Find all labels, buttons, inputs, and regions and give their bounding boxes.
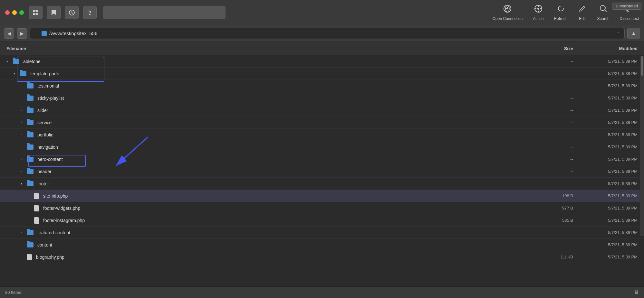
folder-icon <box>27 157 34 162</box>
file-size: -- <box>534 71 573 76</box>
column-headers: Filename Size Modified <box>0 42 644 55</box>
file-row[interactable]: › portfolio -- 5/7/21, 5:39 PM <box>0 129 644 141</box>
path-value: /www/testingsitex_556 <box>49 31 97 36</box>
file-name: biography.php <box>36 255 64 260</box>
file-name-cell: › sticky-playlist <box>6 96 534 101</box>
main-content: ◀ ▶ /www/testingsitex_556 ⌃ ▲ Filename S… <box>0 25 644 298</box>
file-row[interactable]: biography.php 1.1 KB 5/7/21, 5:39 PM <box>0 251 644 263</box>
action-button[interactable]: Action <box>533 4 543 21</box>
folder-icon <box>27 108 34 113</box>
fullscreen-button[interactable] <box>19 10 24 15</box>
svg-rect-10 <box>635 292 638 294</box>
file-row[interactable]: footer-widgets.php 977 B 5/7/21, 5:39 PM <box>0 202 644 214</box>
icon-btn-help[interactable] <box>83 6 97 19</box>
folder-icon <box>13 59 19 64</box>
file-modified: 5/7/21, 5:39 PM <box>573 108 638 113</box>
close-button[interactable] <box>5 10 10 15</box>
chevron-right-icon: › <box>21 231 25 234</box>
folder-icon <box>27 181 34 186</box>
file-size: -- <box>534 83 573 88</box>
edit-label: Edit <box>579 16 586 21</box>
file-icon <box>34 217 39 224</box>
file-icon <box>34 193 39 199</box>
file-name: testimonial <box>37 83 59 88</box>
file-row[interactable]: ▾ footer -- 5/7/21, 5:39 PM <box>0 178 644 190</box>
file-name-cell: site-info.php <box>6 193 534 199</box>
chevron-right-icon: › <box>21 170 25 173</box>
file-row[interactable]: ▾ template-parts -- 5/7/21, 5:39 PM <box>0 68 644 80</box>
file-row[interactable]: › navigation -- 5/7/21, 5:39 PM <box>0 141 644 153</box>
file-name-cell: footer-instagram.php <box>6 217 534 224</box>
file-size: 198 B <box>534 193 573 198</box>
file-size: 977 B <box>534 206 573 210</box>
file-modified: 5/7/21, 5:39 PM <box>573 120 638 125</box>
file-name: header <box>37 169 52 174</box>
chevron-down-icon: ▾ <box>21 182 25 185</box>
file-row[interactable]: › header -- 5/7/21, 5:39 PM <box>0 165 644 178</box>
icon-btn-grid[interactable] <box>29 6 43 19</box>
forward-button[interactable]: ▶ <box>17 28 27 39</box>
file-row[interactable]: › featured-content -- 5/7/21, 5:39 PM <box>0 227 644 239</box>
file-modified: 5/7/21, 5:39 PM <box>573 59 638 64</box>
file-modified: 5/7/21, 5:39 PM <box>573 242 638 247</box>
refresh-button[interactable]: Refresh <box>554 4 568 21</box>
chevron-right-icon: › <box>21 157 25 161</box>
file-icon <box>27 254 32 260</box>
scrollbar[interactable] <box>640 56 644 236</box>
file-name-cell: › slider <box>6 108 534 113</box>
file-row[interactable]: › sticky-playlist -- 5/7/21, 5:39 PM <box>0 92 644 104</box>
file-modified: 5/7/21, 5:39 PM <box>573 144 638 149</box>
scrollbar-thumb[interactable] <box>641 56 643 76</box>
edit-button[interactable]: Edit <box>578 4 587 21</box>
path-bar[interactable]: /www/testingsitex_556 ⌃ <box>30 28 625 39</box>
file-modified: 5/7/21, 5:39 PM <box>573 230 638 235</box>
folder-icon <box>27 96 34 101</box>
navbar: ◀ ▶ /www/testingsitex_556 ⌃ ▲ <box>0 25 644 42</box>
upload-button[interactable]: ▲ <box>627 28 640 39</box>
file-row[interactable]: footer-instagram.php 535 B 5/7/21, 5:39 … <box>0 214 644 227</box>
file-name: portfolio <box>37 132 53 137</box>
modified-header: Modified <box>573 46 638 51</box>
size-header: Size <box>534 46 573 51</box>
file-row[interactable]: ▾ abletone -- 5/7/21, 5:39 PM <box>0 55 644 68</box>
file-row[interactable]: › content -- 5/7/21, 5:39 PM <box>0 239 644 251</box>
search-button[interactable]: Search <box>597 4 610 21</box>
path-folder-icon <box>42 31 47 36</box>
edit-icon <box>578 4 587 15</box>
open-connection-button[interactable]: Open Connection <box>493 4 523 21</box>
file-row[interactable]: › service -- 5/7/21, 5:39 PM <box>0 116 644 129</box>
file-name-cell: ▾ template-parts <box>6 71 534 76</box>
icon-btn-history[interactable] <box>65 6 79 19</box>
file-name: hero-content <box>37 157 63 162</box>
file-row[interactable]: › testimonial -- 5/7/21, 5:39 PM <box>0 80 644 92</box>
statusbar: 80 Items <box>0 286 644 298</box>
back-button[interactable]: ◀ <box>4 28 14 39</box>
file-name-cell: biography.php <box>6 254 534 260</box>
file-name-cell: › hero-content <box>6 157 534 162</box>
file-size: -- <box>534 242 573 247</box>
icon-btn-bookmark[interactable] <box>47 6 61 19</box>
file-name-cell: › featured-content <box>6 230 534 235</box>
svg-point-8 <box>537 8 539 10</box>
file-name: footer <box>37 181 49 186</box>
chevron-down-icon: ▾ <box>6 60 11 63</box>
file-row[interactable]: › hero-content -- 5/7/21, 5:39 PM <box>0 153 644 165</box>
filename-header: Filename <box>6 46 534 51</box>
folder-icon <box>20 71 26 76</box>
minimize-button[interactable] <box>12 10 17 15</box>
file-modified: 5/7/21, 5:39 PM <box>573 255 638 259</box>
chevron-right-icon: › <box>21 145 25 149</box>
file-modified: 5/7/21, 5:39 PM <box>573 83 638 88</box>
file-size: -- <box>534 181 573 186</box>
file-name: featured-content <box>37 230 70 235</box>
folder-icon <box>27 120 34 125</box>
titlebar: Open Connection Action Refresh <box>0 0 644 25</box>
disconnect-label: Disconnect <box>620 16 639 21</box>
file-row[interactable]: › slider -- 5/7/21, 5:39 PM <box>0 104 644 116</box>
file-name-cell: ▾ footer <box>6 181 534 186</box>
file-size: -- <box>534 230 573 235</box>
file-name: service <box>37 120 52 125</box>
file-size: 535 B <box>534 218 573 223</box>
open-connection-label: Open Connection <box>493 16 523 21</box>
file-row[interactable]: site-info.php 198 B 5/7/21, 5:39 PM <box>0 190 644 202</box>
